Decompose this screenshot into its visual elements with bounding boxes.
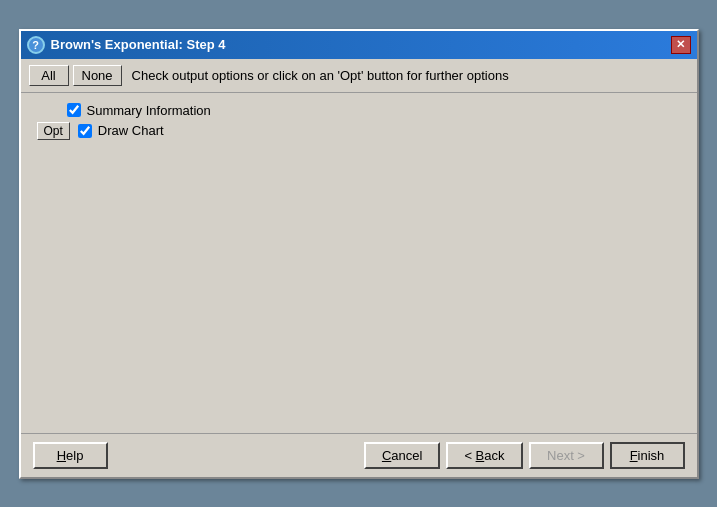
all-button[interactable]: All	[29, 65, 69, 86]
help-button[interactable]: Help	[33, 442, 108, 469]
summary-row: Summary Information	[37, 103, 681, 118]
back-underline-letter: B	[476, 448, 485, 463]
summary-label: Summary Information	[87, 103, 211, 118]
cancel-rest: ancel	[391, 448, 422, 463]
opt-button[interactable]: Opt	[37, 122, 70, 140]
chart-checkbox[interactable]	[78, 124, 92, 138]
help-icon: ?	[27, 36, 45, 54]
summary-checkbox-label[interactable]: Summary Information	[67, 103, 211, 118]
button-bar: Help Cancel < Back Next > Finish	[21, 433, 697, 477]
main-window: ? Brown's Exponential: Step 4 ✕ All None…	[19, 29, 699, 479]
help-rest: elp	[66, 448, 83, 463]
help-underline-letter: H	[57, 448, 66, 463]
toolbar: All None Check output options or click o…	[21, 59, 697, 93]
none-button[interactable]: None	[73, 65, 122, 86]
next-button[interactable]: Next >	[529, 442, 604, 469]
finish-underline-letter: F	[630, 448, 638, 463]
title-bar: ? Brown's Exponential: Step 4 ✕	[21, 31, 697, 59]
chart-checkbox-label[interactable]: Draw Chart	[78, 123, 164, 138]
back-button[interactable]: < Back	[446, 442, 522, 469]
title-bar-left: ? Brown's Exponential: Step 4	[27, 36, 226, 54]
nav-buttons: Cancel < Back Next > Finish	[364, 442, 685, 469]
summary-checkbox[interactable]	[67, 103, 81, 117]
chart-label: Draw Chart	[98, 123, 164, 138]
chart-row: Opt Draw Chart	[37, 122, 681, 140]
cancel-underline-letter: C	[382, 448, 391, 463]
close-button[interactable]: ✕	[671, 36, 691, 54]
next-label: Next >	[547, 448, 585, 463]
window-title: Brown's Exponential: Step 4	[51, 37, 226, 52]
cancel-button[interactable]: Cancel	[364, 442, 440, 469]
content-area: Summary Information Opt Draw Chart	[21, 93, 697, 433]
finish-rest: inish	[638, 448, 665, 463]
back-rest: ack	[484, 448, 504, 463]
toolbar-instruction: Check output options or click on an 'Opt…	[132, 68, 509, 83]
finish-button[interactable]: Finish	[610, 442, 685, 469]
